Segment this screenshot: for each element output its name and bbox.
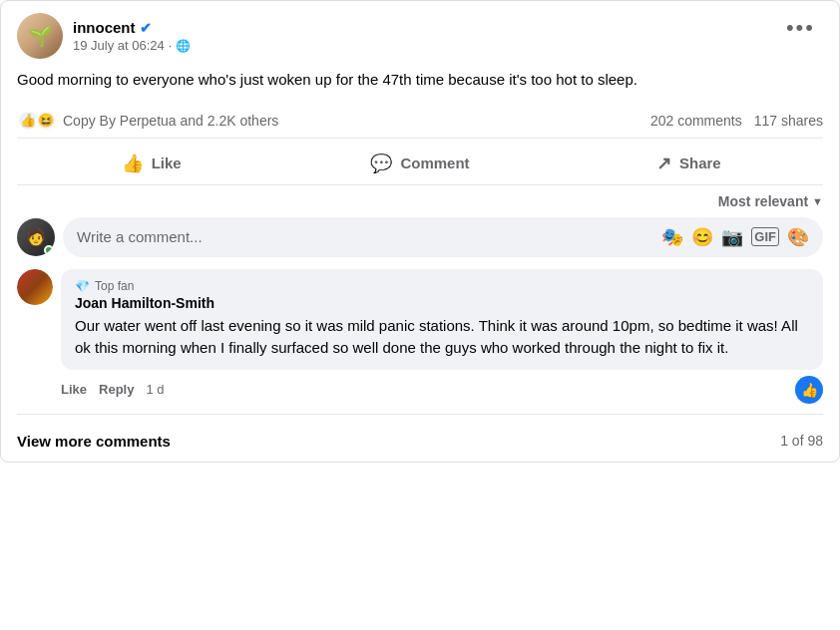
share-button[interactable]: ↗ Share bbox=[555, 145, 823, 182]
commenter-avatar-image bbox=[17, 269, 53, 305]
camera-icon[interactable]: 📷 bbox=[721, 226, 743, 248]
current-user-avatar: 🧑 bbox=[17, 218, 55, 256]
haha-emoji: 😆 bbox=[35, 110, 57, 132]
verified-icon: ✔ bbox=[140, 20, 152, 36]
view-more-label: View more comments bbox=[17, 433, 171, 450]
page-info: innocent ✔ 19 July at 06:24 · 🌐 bbox=[73, 19, 191, 53]
comment-input-row: 🧑 Write a comment... 🎭 😊 📷 GIF 🎨 bbox=[17, 217, 823, 257]
comment-button[interactable]: 💬 Comment bbox=[285, 145, 554, 182]
top-fan-badge: 💎 Top fan bbox=[75, 279, 809, 293]
share-label: Share bbox=[679, 155, 721, 171]
reactions-row: 👍 😆 Copy By Perpetua and 2.2K others 202… bbox=[17, 104, 823, 139]
action-buttons-row: 👍 Like 💬 Comment ↗ Share bbox=[17, 143, 823, 185]
commenter-name: Joan Hamilton-Smith bbox=[75, 295, 809, 311]
more-options-button[interactable]: ••• bbox=[778, 13, 823, 43]
page-count: 1 of 98 bbox=[780, 433, 823, 449]
comment-input-box[interactable]: Write a comment... 🎭 😊 📷 GIF 🎨 bbox=[63, 217, 823, 257]
like-button[interactable]: 👍 Like bbox=[17, 145, 285, 182]
post-text: Good morning to everyone who's just woke… bbox=[17, 69, 823, 92]
like-icon: 👍 bbox=[122, 153, 144, 174]
page-avatar[interactable]: 🌱 bbox=[17, 13, 63, 59]
shares-count: 117 shares bbox=[754, 113, 823, 129]
comment-icon: 💬 bbox=[370, 153, 392, 174]
chevron-down-icon: ▼ bbox=[812, 195, 823, 207]
comment-bubble: 💎 Top fan Joan Hamilton-Smith Our water … bbox=[61, 269, 823, 370]
page-name-row: innocent ✔ bbox=[73, 19, 191, 36]
share-icon: ↗ bbox=[656, 153, 671, 174]
comment-content: 💎 Top fan Joan Hamilton-Smith Our water … bbox=[61, 269, 823, 404]
comment-item: 💎 Top fan Joan Hamilton-Smith Our water … bbox=[17, 269, 823, 415]
reactions-attribution: Copy By Perpetua and 2.2K others bbox=[63, 113, 278, 129]
emoji-face-icon[interactable]: 😊 bbox=[691, 226, 713, 248]
page-name-text: innocent bbox=[73, 19, 136, 36]
comment-reply-button[interactable]: Reply bbox=[99, 382, 134, 397]
top-fan-label: Top fan bbox=[95, 279, 134, 293]
sticker-icon[interactable]: 🎨 bbox=[787, 226, 809, 248]
sort-comments-button[interactable]: Most relevant ▼ bbox=[17, 185, 823, 217]
like-label: Like bbox=[152, 155, 182, 171]
reactions-right: 202 comments 117 shares bbox=[650, 113, 823, 129]
online-indicator bbox=[44, 245, 54, 255]
reaction-emoji-group: 👍 😆 bbox=[17, 110, 57, 132]
post-header: 🌱 innocent ✔ 19 July at 06:24 · 🌐 ••• bbox=[17, 13, 823, 59]
comment-like-reaction-button[interactable]: 👍 bbox=[795, 376, 823, 404]
post-header-left: 🌱 innocent ✔ 19 July at 06:24 · 🌐 bbox=[17, 13, 191, 59]
emoji-sticker-icon[interactable]: 🎭 bbox=[661, 226, 683, 248]
comment-input-placeholder: Write a comment... bbox=[77, 228, 203, 245]
diamond-icon: 💎 bbox=[75, 279, 90, 293]
separator: · bbox=[169, 38, 173, 53]
privacy-icon: 🌐 bbox=[176, 39, 191, 53]
comment-label: Comment bbox=[400, 155, 469, 171]
page-avatar-image: 🌱 bbox=[17, 13, 63, 59]
gif-icon[interactable]: GIF bbox=[751, 227, 779, 246]
reactions-left: 👍 😆 Copy By Perpetua and 2.2K others bbox=[17, 110, 278, 132]
comments-count: 202 comments bbox=[650, 113, 742, 129]
sort-label: Most relevant bbox=[718, 193, 808, 209]
commenter-avatar bbox=[17, 269, 53, 305]
post-date: 19 July at 06:24 bbox=[73, 38, 165, 53]
comment-actions: Like Reply 1 d 👍 bbox=[61, 376, 823, 404]
comment-input-icons: 🎭 😊 📷 GIF 🎨 bbox=[661, 226, 809, 248]
post-card: 🌱 innocent ✔ 19 July at 06:24 · 🌐 ••• Go… bbox=[0, 0, 840, 463]
comment-text: Our water went off last evening so it wa… bbox=[75, 315, 809, 360]
comment-like-button[interactable]: Like bbox=[61, 382, 87, 397]
view-more-comments-button[interactable]: View more comments 1 of 98 bbox=[17, 421, 823, 462]
comment-time: 1 d bbox=[146, 382, 164, 397]
post-meta: 19 July at 06:24 · 🌐 bbox=[73, 38, 191, 53]
